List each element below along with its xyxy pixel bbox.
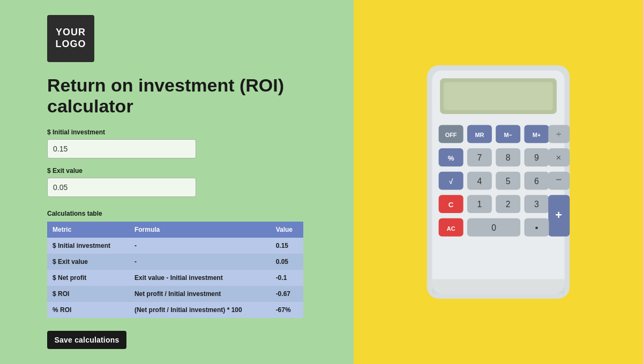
svg-text:÷: ÷	[556, 129, 561, 139]
col-metric: Metric	[47, 222, 129, 238]
svg-text:×: ×	[556, 153, 562, 163]
svg-text:3: 3	[534, 200, 539, 209]
table-row: % ROI(Net profit / Initial investment) *…	[47, 302, 303, 318]
cell-formula: Exit value - Initial investment	[129, 270, 271, 286]
svg-text:2: 2	[506, 200, 511, 209]
svg-text:M−: M−	[504, 132, 512, 138]
logo: YOUR LOGO	[47, 15, 94, 62]
left-panel: YOUR LOGO Return on investment (ROI) cal…	[0, 0, 354, 364]
calculations-section: Calculations table Metric Formula Value …	[47, 210, 311, 318]
svg-text:0: 0	[491, 223, 496, 232]
calculator-illustration: OFF MR M− M+ ÷ % 7 8 9 × √	[413, 59, 584, 305]
svg-text:9: 9	[534, 153, 539, 162]
col-value: Value	[271, 222, 303, 238]
cell-value: -0.67	[271, 286, 303, 302]
save-button[interactable]: Save calculations	[47, 331, 126, 349]
cell-metric: $ Initial investment	[47, 238, 129, 254]
svg-text:6: 6	[534, 177, 539, 186]
exit-value-label: $ Exit value	[47, 167, 311, 175]
table-body: $ Initial investment-0.15$ Exit value-0.…	[47, 238, 303, 318]
initial-investment-label: $ Initial investment	[47, 128, 311, 136]
cell-value: 0.15	[271, 238, 303, 254]
page-title: Return on investment (ROI) calculator	[47, 75, 311, 117]
svg-text:+: +	[555, 208, 562, 222]
svg-text:%: %	[448, 154, 454, 162]
cell-value: -67%	[271, 302, 303, 318]
cell-metric: $ Net profit	[47, 270, 129, 286]
cell-formula: Net profit / Initial investment	[129, 286, 271, 302]
svg-text:M+: M+	[533, 132, 541, 138]
cell-formula: (Net profit / Initial investment) * 100	[129, 302, 271, 318]
cell-metric: % ROI	[47, 302, 129, 318]
svg-text:•: •	[535, 223, 538, 233]
svg-text:4: 4	[477, 177, 482, 186]
calculator-svg: OFF MR M− M+ ÷ % 7 8 9 × √	[413, 59, 584, 305]
col-formula: Formula	[129, 222, 271, 238]
svg-text:1: 1	[477, 200, 482, 209]
table-header-row: Metric Formula Value	[47, 222, 303, 238]
svg-text:OFF: OFF	[445, 132, 457, 138]
svg-text:5: 5	[506, 177, 511, 186]
table-row: $ ROINet profit / Initial investment-0.6…	[47, 286, 303, 302]
table-row: $ Exit value-0.05	[47, 254, 303, 270]
table-row: $ Initial investment-0.15	[47, 238, 303, 254]
cell-formula: -	[129, 254, 271, 270]
svg-text:C: C	[448, 201, 454, 209]
svg-text:−: −	[556, 173, 562, 185]
svg-rect-3	[444, 82, 552, 110]
cell-formula: -	[129, 238, 271, 254]
svg-text:7: 7	[477, 153, 482, 162]
cell-metric: $ Exit value	[47, 254, 129, 270]
svg-text:AC: AC	[447, 225, 455, 232]
exit-value-group: $ Exit value	[47, 167, 311, 197]
svg-text:MR: MR	[475, 132, 484, 138]
cell-value: 0.05	[271, 254, 303, 270]
cell-value: -0.1	[271, 270, 303, 286]
svg-text:8: 8	[506, 153, 511, 162]
exit-value-input[interactable]	[47, 178, 196, 197]
calculations-table: Metric Formula Value $ Initial investmen…	[47, 222, 303, 318]
cell-metric: $ ROI	[47, 286, 129, 302]
svg-text:√: √	[449, 178, 453, 186]
initial-investment-input[interactable]	[47, 139, 196, 158]
svg-rect-50	[432, 279, 565, 294]
initial-investment-group: $ Initial investment	[47, 128, 311, 158]
right-panel: OFF MR M− M+ ÷ % 7 8 9 × √	[354, 0, 643, 364]
table-label: Calculations table	[47, 210, 311, 217]
table-row: $ Net profitExit value - Initial investm…	[47, 270, 303, 286]
logo-text: YOUR LOGO	[56, 27, 86, 50]
